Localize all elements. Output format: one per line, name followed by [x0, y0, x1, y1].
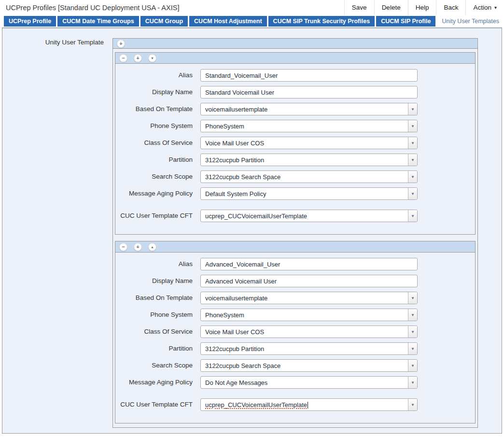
display-name-input[interactable]: Standard Voicemail User [200, 86, 418, 99]
alias-input[interactable]: Standard_Voicemail_User [200, 69, 418, 82]
plus-icon: + [136, 244, 139, 250]
section-body: AliasAdvanced_Voicemail_UserDisplay Name… [115, 253, 475, 423]
add-section-button[interactable]: + [134, 54, 142, 62]
field-control: Voice Mail User COS▼ [200, 325, 418, 338]
message-aging-policy-label: Message Aging Policy [115, 377, 193, 388]
select-value-text: PhoneSystem [205, 311, 244, 319]
dropdown-arrow-icon: ▼ [408, 326, 417, 338]
input-value: Standard Voicemail User [201, 89, 417, 96]
select-value-text: 3122cucpub Partition [205, 345, 264, 352]
field-row: Phone SystemPhoneSystem▼ [115, 120, 475, 132]
dropdown-arrow-icon: ▼ [408, 120, 417, 132]
cuc-user-template-cft-select[interactable]: ucprep_CUCVoicemailUserTemplate▼ [200, 210, 418, 222]
dropdown-arrow-icon: ▼ [408, 188, 417, 199]
page-title: UCPrep Profiles [Standard UC Deployment … [0, 4, 179, 12]
add-template-button[interactable]: + [117, 40, 125, 48]
cuc-user-template-cft-select[interactable]: ucprep_CUCVoicemailUserTemplate▼ [200, 398, 418, 411]
based-on-template-label: Based On Template [115, 104, 193, 114]
titlebar-spacer [179, 0, 344, 15]
display-name-input[interactable]: Advanced Voicemail User [200, 275, 418, 287]
dropdown-arrow-icon: ▼ [408, 137, 417, 149]
field-row: Class Of ServiceVoice Mail User COS▼ [115, 137, 475, 149]
move-section-down-button[interactable]: ▼ [148, 54, 156, 62]
select-value-text: Voice Mail User COS [205, 328, 264, 336]
class-of-service-select[interactable]: Voice Mail User COS▼ [200, 137, 418, 149]
phone-system-select[interactable]: PhoneSystem▼ [200, 309, 418, 321]
field-control: Default System Policy▼ [200, 187, 418, 200]
dropdown-arrow-icon: ▼ [408, 154, 417, 166]
partition-label: Partition [115, 155, 193, 165]
tab-label: CUCM Group [145, 18, 183, 25]
select-value: voicemailusertemplate [201, 106, 408, 113]
field-row: Search Scope3122cucpub Search Space▼ [115, 359, 475, 372]
field-row: Based On Templatevoicemailusertemplate▼ [115, 292, 475, 304]
tab-label: CUCM SIP Trunk Security Profiles [273, 18, 370, 25]
select-value: ucprep_CUCVoicemailUserTemplate [201, 401, 408, 409]
select-value-text: Do Not Age Messages [205, 379, 267, 386]
search-scope-select[interactable]: 3122cucpub Search Space▼ [200, 170, 418, 183]
phone-system-select[interactable]: PhoneSystem▼ [200, 120, 418, 132]
section-body: AliasStandard_Voicemail_UserDisplay Name… [115, 64, 475, 234]
delete-button[interactable]: Delete [374, 0, 408, 15]
alias-input[interactable]: Advanced_Voicemail_User [200, 258, 418, 270]
select-value: 3122cucpub Search Space [201, 173, 408, 181]
template-section: −+▼AliasStandard_Voicemail_UserDisplay N… [115, 52, 476, 235]
message-aging-policy-select[interactable]: Do Not Age Messages▼ [200, 376, 418, 389]
search-scope-label: Search Scope [115, 171, 193, 182]
collapse-section-button[interactable]: − [119, 54, 127, 62]
class-of-service-select[interactable]: Voice Mail User COS▼ [200, 325, 418, 338]
button-label: Help [416, 4, 429, 11]
tab-cucm-sip-profile[interactable]: CUCM SIP Profile [376, 16, 435, 27]
field-row: AliasStandard_Voicemail_User [115, 69, 475, 82]
based-on-template-select[interactable]: voicemailusertemplate▼ [200, 292, 418, 304]
tab-cucm-sip-trunk-security-profiles[interactable]: CUCM SIP Trunk Security Profiles [268, 16, 375, 27]
search-scope-select[interactable]: 3122cucpub Search Space▼ [200, 359, 418, 372]
input-value: Standard_Voicemail_User [201, 72, 417, 79]
back-button[interactable]: Back [436, 0, 465, 15]
message-aging-policy-select[interactable]: Default System Policy▼ [200, 187, 418, 200]
select-value-text: 3122cucpub Search Space [205, 362, 280, 369]
tab-label: CUCM Date Time Groups [62, 18, 134, 25]
collapse-section-button[interactable]: − [119, 243, 127, 251]
field-control: voicemailusertemplate▼ [200, 103, 418, 115]
move-section-up-button[interactable]: ▲ [148, 243, 156, 251]
field-row: Partition3122cucpub Partition▼ [115, 154, 475, 166]
field-row: Message Aging PolicyDefault System Polic… [115, 187, 475, 200]
save-button[interactable]: Save [344, 0, 374, 15]
help-button[interactable]: Help [408, 0, 436, 15]
tab-ucprep-profile[interactable]: UCPrep Profile [4, 16, 56, 27]
partition-select[interactable]: 3122cucpub Partition▼ [200, 154, 418, 166]
add-section-button[interactable]: + [134, 243, 142, 251]
select-value-text: 3122cucpub Search Space [205, 173, 280, 181]
select-value-text: voicemailusertemplate [205, 295, 267, 302]
field-control: PhoneSystem▼ [200, 309, 418, 321]
select-value-text: ucprep_CUCVoicemailUserTemplate [205, 401, 307, 409]
field-control: 3122cucpub Search Space▼ [200, 170, 418, 183]
select-value-text: voicemailusertemplate [205, 106, 267, 113]
tab-cucm-date-time-groups[interactable]: CUCM Date Time Groups [57, 16, 139, 27]
field-control: Standard_Voicemail_User [200, 69, 418, 82]
field-row: Phone SystemPhoneSystem▼ [115, 309, 475, 321]
add-template-bar: + [113, 39, 477, 49]
search-scope-label: Search Scope [115, 360, 193, 371]
tab-cucm-group[interactable]: CUCM Group [140, 16, 188, 27]
tab-label: CUCM SIP Profile [381, 18, 431, 25]
template-sections: −+▼AliasStandard_Voicemail_UserDisplay N… [113, 49, 477, 427]
select-value: voicemailusertemplate [201, 295, 408, 302]
select-value-text: PhoneSystem [205, 123, 244, 130]
action-button[interactable]: Action▾ [465, 0, 504, 15]
section-header: −+▲ [115, 241, 475, 253]
tab-cucm-host-adjustment[interactable]: CUCM Host Adjustment [189, 16, 267, 27]
plus-icon: + [136, 56, 139, 61]
partition-select[interactable]: 3122cucpub Partition▼ [200, 342, 418, 355]
display-name-label: Display Name [115, 276, 193, 286]
field-row: CUC User Template CFTucprep_CUCVoicemail… [115, 204, 475, 227]
cuc-user-template-cft-label: CUC User Template CFT [115, 399, 193, 410]
dropdown-arrow-icon: ▼ [408, 377, 417, 388]
dropdown-arrow-icon: ▼ [408, 399, 417, 410]
tab-label: UCPrep Profile [9, 18, 51, 25]
based-on-template-select[interactable]: voicemailusertemplate▼ [200, 103, 418, 115]
based-on-template-label: Based On Template [115, 293, 193, 303]
tab-unity-user-templates[interactable]: Unity User Templates [437, 16, 504, 27]
text-cursor [308, 402, 308, 409]
